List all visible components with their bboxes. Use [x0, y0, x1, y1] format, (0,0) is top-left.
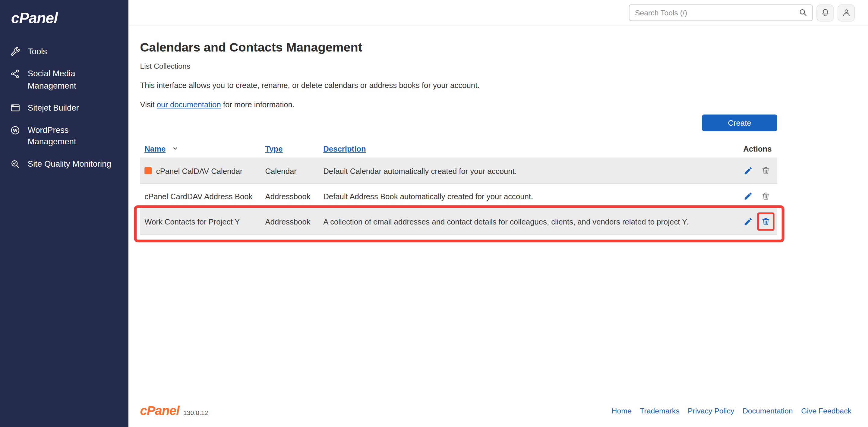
docs-prefix: Visit — [140, 100, 157, 109]
header-type: Type — [265, 144, 323, 153]
pencil-icon — [743, 217, 753, 226]
main-area: Calendars and Contacts Management List C… — [128, 0, 868, 427]
sidebar-nav: Tools Social Media Management Sitejet Bu… — [0, 40, 128, 175]
delete-button[interactable] — [760, 165, 772, 176]
cpanel-logo[interactable]: cPanel — [0, 0, 128, 40]
table-row-highlighted: Work Contacts for Project Y Addressbook … — [140, 209, 777, 234]
collections-table: Name Type Description Actions — [140, 139, 777, 235]
trash-icon — [761, 217, 771, 226]
search-box — [629, 4, 813, 21]
footer-link-home[interactable]: Home — [612, 407, 632, 415]
sort-description-link[interactable]: Description — [323, 144, 366, 153]
footer-link-trademarks[interactable]: Trademarks — [640, 407, 679, 415]
trash-icon — [761, 191, 771, 201]
create-row: Create — [140, 114, 777, 131]
collection-name: cPanel CalDAV Calendar — [156, 166, 243, 175]
sidebar-item-label: Sitejet Builder — [28, 102, 79, 113]
user-icon — [841, 8, 851, 18]
sort-type-link[interactable]: Type — [265, 144, 282, 153]
footer: cPanel 130.0.12 Home Trademarks Privacy … — [128, 403, 868, 427]
collection-name: Work Contacts for Project Y — [145, 217, 240, 226]
collection-type: Addressbook — [265, 192, 323, 200]
sidebar-item-sitejet-builder[interactable]: Sitejet Builder — [0, 96, 128, 119]
footer-link-privacy-policy[interactable]: Privacy Policy — [688, 407, 734, 415]
delete-button[interactable] — [760, 216, 772, 228]
row-actions — [722, 216, 777, 228]
page-subtitle: List Collections — [140, 62, 868, 70]
table-row: cPanel CalDAV Calendar Calendar Default … — [140, 158, 777, 184]
sidebar-item-tools[interactable]: Tools — [0, 40, 128, 62]
table-header-row: Name Type Description Actions — [140, 139, 777, 158]
page-content: Calendars and Contacts Management List C… — [128, 26, 868, 403]
table-row: cPanel CardDAV Address Book Addressbook … — [140, 184, 777, 209]
app-window: cPanel Tools Social Media Management Sit… — [0, 0, 868, 427]
intro-text: This interface allows you to create, ren… — [140, 81, 868, 90]
svg-text:W: W — [13, 128, 18, 133]
row-actions — [722, 191, 777, 202]
edit-button[interactable] — [742, 191, 754, 202]
notifications-button[interactable] — [816, 4, 834, 22]
collection-description: A collection of email addresses and cont… — [323, 217, 722, 226]
docs-suffix: for more information. — [221, 100, 294, 109]
sort-name-link[interactable]: Name — [145, 144, 165, 153]
share-nodes-icon — [10, 69, 21, 80]
edit-button[interactable] — [742, 216, 754, 228]
create-button[interactable]: Create — [702, 114, 777, 131]
version-text: 130.0.12 — [183, 409, 208, 416]
wordpress-icon: W — [10, 125, 21, 136]
sidebar-item-social-media-management[interactable]: Social Media Management — [0, 62, 128, 96]
page-title: Calendars and Contacts Management — [140, 40, 868, 55]
collection-name-cell: Work Contacts for Project Y — [140, 217, 265, 226]
delete-button[interactable] — [760, 191, 772, 202]
collection-type: Calendar — [265, 166, 323, 175]
collection-description: Default Calendar automatically created f… — [323, 166, 722, 175]
collection-name: cPanel CardDAV Address Book — [145, 192, 252, 200]
sidebar-item-label: Site Quality Monitoring — [28, 158, 111, 170]
header-description: Description — [323, 144, 722, 153]
sidebar-item-label: Social Media Management — [28, 67, 119, 92]
header-actions: Actions — [722, 144, 777, 153]
magnifier-check-icon — [10, 159, 21, 170]
sidebar: cPanel Tools Social Media Management Sit… — [0, 0, 128, 427]
collection-name-cell: cPanel CardDAV Address Book — [140, 192, 265, 200]
sidebar-item-label: WordPress Management — [28, 124, 119, 147]
row-actions — [722, 165, 777, 176]
collection-type: Addressbook — [265, 217, 323, 226]
pencil-icon — [743, 166, 753, 175]
cpanel-footer-logo: cPanel — [140, 403, 180, 419]
docs-text: Visit our documentation for more informa… — [140, 100, 868, 109]
wrench-icon — [10, 46, 21, 58]
calendar-color-swatch — [145, 167, 152, 174]
chevron-down-icon — [172, 145, 178, 152]
pencil-icon — [743, 191, 753, 201]
search-icon[interactable] — [798, 8, 808, 17]
bell-icon — [820, 8, 830, 18]
topbar — [128, 0, 868, 26]
footer-brand: cPanel 130.0.12 — [140, 403, 208, 419]
footer-link-documentation[interactable]: Documentation — [743, 407, 793, 415]
browser-window-icon — [10, 103, 21, 114]
sidebar-item-wordpress-management[interactable]: W WordPress Management — [0, 119, 128, 153]
header-name: Name — [140, 144, 265, 153]
documentation-link[interactable]: our documentation — [157, 100, 221, 109]
sidebar-item-site-quality-monitoring[interactable]: Site Quality Monitoring — [0, 153, 128, 175]
collection-name-cell: cPanel CalDAV Calendar — [140, 166, 265, 175]
search-input[interactable] — [629, 4, 813, 21]
edit-button[interactable] — [742, 165, 754, 176]
footer-link-give-feedback[interactable]: Give Feedback — [801, 407, 851, 415]
footer-links: Home Trademarks Privacy Policy Documenta… — [612, 407, 851, 415]
sidebar-item-label: Tools — [28, 45, 47, 58]
collection-description: Default Address Book automatically creat… — [323, 192, 722, 200]
trash-icon — [761, 166, 771, 175]
account-button[interactable] — [838, 4, 855, 22]
